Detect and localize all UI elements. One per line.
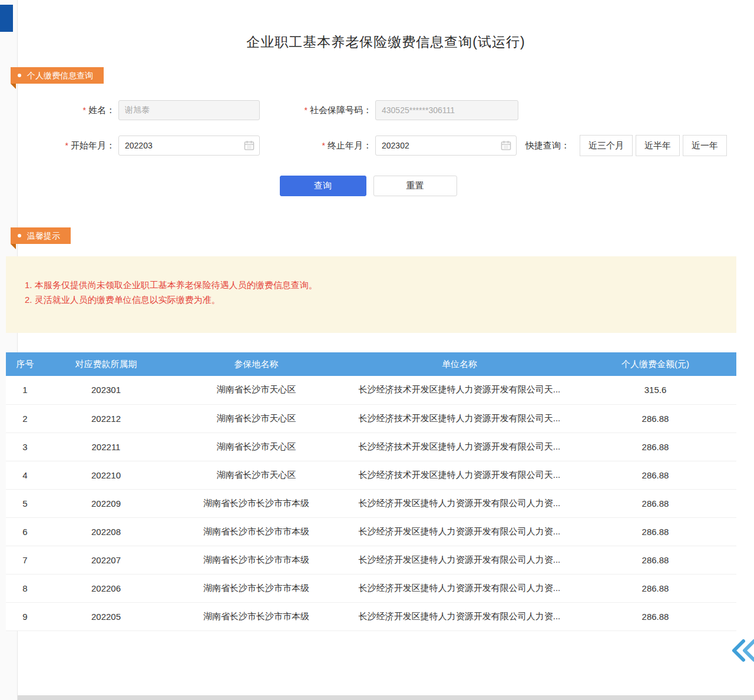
cell-seq: 6 — [6, 517, 44, 546]
cell-seq: 5 — [6, 489, 44, 517]
cell-region: 湖南省长沙市长沙市市本级 — [168, 602, 345, 630]
form-row-2: *开始年月： *终止年月： — [0, 136, 736, 156]
section-badge-tips: 温馨提示 — [11, 227, 71, 244]
cell-company: 长沙经济技术开发区捷特人力资源开发有限公司天... — [345, 404, 574, 432]
cell-company: 长沙经济开发区捷特人力资源开发有限公司人力资... — [345, 489, 574, 517]
quick-query-group: 快捷查询： 近三个月 近半年 近一年 — [525, 135, 736, 156]
cell-region: 湖南省长沙市天心区 — [168, 404, 345, 432]
bottom-scrollbar-track[interactable] — [18, 695, 754, 700]
required-star: * — [305, 105, 307, 115]
cell-region: 湖南省长沙市天心区 — [168, 376, 345, 404]
cell-region: 湖南省长沙市长沙市市本级 — [168, 489, 345, 517]
required-star: * — [83, 105, 86, 115]
table-row[interactable]: 4 202210 湖南省长沙市天心区 长沙经济技术开发区捷特人力资源开发有限公司… — [6, 461, 736, 489]
cell-amount: 286.88 — [574, 461, 736, 489]
ssn-label: *社会保障号码： — [273, 105, 372, 116]
required-star: * — [322, 141, 325, 150]
tip-line-2: 2. 灵活就业人员的缴费单位信息以实际缴费为准。 — [25, 292, 736, 307]
cell-amount: 286.88 — [574, 546, 736, 574]
cell-amount: 286.88 — [574, 404, 736, 432]
cell-period: 202207 — [44, 546, 168, 574]
cell-amount: 286.88 — [574, 602, 736, 630]
calendar-icon[interactable] — [501, 140, 511, 151]
cell-period: 202301 — [44, 376, 168, 404]
header-seq: 序号 — [6, 352, 44, 376]
section-badge-personal-query: 个人缴费信息查询 — [11, 67, 104, 84]
cell-amount: 286.88 — [574, 574, 736, 602]
cell-company: 长沙经济技术开发区捷特人力资源开发有限公司天... — [345, 376, 574, 404]
ribbon-fold — [11, 244, 16, 249]
end-month-field — [375, 136, 517, 156]
table-row[interactable]: 1 202301 湖南省长沙市天心区 长沙经济技术开发区捷特人力资源开发有限公司… — [6, 376, 736, 404]
end-month-label: *终止年月： — [273, 140, 372, 151]
table-row[interactable]: 8 202206 湖南省长沙市长沙市市本级 长沙经济开发区捷特人力资源开发有限公… — [6, 574, 736, 602]
reset-button[interactable]: 重置 — [373, 176, 457, 196]
query-form: *姓名： *社会保障号码： *开始年月： *终止年月： — [0, 100, 736, 171]
cell-seq: 9 — [6, 602, 44, 630]
cell-company: 长沙经济开发区捷特人力资源开发有限公司人力资... — [345, 517, 574, 546]
ribbon-fold — [11, 84, 16, 89]
quick-query-label: 快捷查询： — [525, 140, 570, 151]
table-row[interactable]: 9 202205 湖南省长沙市长沙市市本级 长沙经济开发区捷特人力资源开发有限公… — [6, 602, 736, 630]
cell-period: 202205 — [44, 602, 168, 630]
calendar-icon[interactable] — [244, 140, 254, 151]
table-row[interactable]: 3 202211 湖南省长沙市天心区 长沙经济技术开发区捷特人力资源开发有限公司… — [6, 432, 736, 461]
bullet-dot-icon — [18, 74, 21, 77]
cell-seq: 8 — [6, 574, 44, 602]
cell-region: 湖南省长沙市长沙市市本级 — [168, 574, 345, 602]
table-row[interactable]: 6 202208 湖南省长沙市长沙市市本级 长沙经济开发区捷特人力资源开发有限公… — [6, 517, 736, 546]
double-left-chevron-icon[interactable] — [730, 638, 754, 663]
cell-company: 长沙经济开发区捷特人力资源开发有限公司人力资... — [345, 602, 574, 630]
results-table: 序号 对应费款所属期 参保地名称 单位名称 个人缴费金额(元) 1 202301… — [6, 352, 736, 631]
cell-region: 湖南省长沙市天心区 — [168, 461, 345, 489]
tips-box: 1. 本服务仅提供尚未领取企业职工基本养老保险待遇人员的缴费信息查询。 2. 灵… — [6, 256, 736, 333]
cell-amount: 286.88 — [574, 432, 736, 461]
cell-company: 长沙经济开发区捷特人力资源开发有限公司人力资... — [345, 574, 574, 602]
cell-company: 长沙经济开发区捷特人力资源开发有限公司人力资... — [345, 546, 574, 574]
table-row[interactable]: 7 202207 湖南省长沙市长沙市市本级 长沙经济开发区捷特人力资源开发有限公… — [6, 546, 736, 574]
start-month-input[interactable] — [118, 136, 260, 156]
cell-period: 202212 — [44, 404, 168, 432]
table-header-row: 序号 对应费款所属期 参保地名称 单位名称 个人缴费金额(元) — [6, 352, 736, 376]
header-period: 对应费款所属期 — [44, 352, 168, 376]
cell-seq: 4 — [6, 461, 44, 489]
cell-seq: 3 — [6, 432, 44, 461]
section-badge-label: 个人缴费信息查询 — [27, 67, 93, 84]
cell-amount: 315.6 — [574, 376, 736, 404]
table-row[interactable]: 5 202209 湖南省长沙市长沙市市本级 长沙经济开发区捷特人力资源开发有限公… — [6, 489, 736, 517]
cell-period: 202208 — [44, 517, 168, 546]
quick-btn-halfyear[interactable]: 近半年 — [636, 135, 680, 156]
quick-btn-1year[interactable]: 近一年 — [683, 135, 727, 156]
page-title: 企业职工基本养老保险缴费信息查询(试运行) — [18, 0, 754, 51]
header-amount: 个人缴费金额(元) — [574, 352, 736, 376]
cell-amount: 286.88 — [574, 489, 736, 517]
header-company: 单位名称 — [345, 352, 574, 376]
header-region: 参保地名称 — [168, 352, 345, 376]
name-label: *姓名： — [35, 105, 115, 116]
start-month-field — [118, 136, 260, 156]
name-input[interactable] — [118, 100, 260, 120]
quick-btn-3months[interactable]: 近三个月 — [580, 135, 633, 156]
ssn-input[interactable] — [375, 100, 518, 120]
sidebar-corner-tab[interactable] — [0, 5, 13, 32]
cell-region: 湖南省长沙市长沙市市本级 — [168, 517, 345, 546]
cell-seq: 1 — [6, 376, 44, 404]
query-button[interactable]: 查询 — [280, 176, 366, 196]
cell-period: 202209 — [44, 489, 168, 517]
cell-seq: 2 — [6, 404, 44, 432]
form-actions: 查询 重置 — [0, 176, 736, 196]
start-month-label: *开始年月： — [35, 140, 115, 151]
cell-seq: 7 — [6, 546, 44, 574]
section-badge-label: 温馨提示 — [27, 227, 60, 244]
cell-region: 湖南省长沙市长沙市市本级 — [168, 546, 345, 574]
cell-company: 长沙经济技术开发区捷特人力资源开发有限公司天... — [345, 461, 574, 489]
end-month-input[interactable] — [375, 136, 517, 156]
required-star: * — [65, 141, 68, 150]
cell-company: 长沙经济技术开发区捷特人力资源开发有限公司天... — [345, 432, 574, 461]
cell-period: 202210 — [44, 461, 168, 489]
cell-amount: 286.88 — [574, 517, 736, 546]
page: 企业职工基本养老保险缴费信息查询(试运行) 个人缴费信息查询 *姓名： *社会保… — [0, 0, 754, 700]
cell-region: 湖南省长沙市天心区 — [168, 432, 345, 461]
cell-period: 202206 — [44, 574, 168, 602]
table-row[interactable]: 2 202212 湖南省长沙市天心区 长沙经济技术开发区捷特人力资源开发有限公司… — [6, 404, 736, 432]
